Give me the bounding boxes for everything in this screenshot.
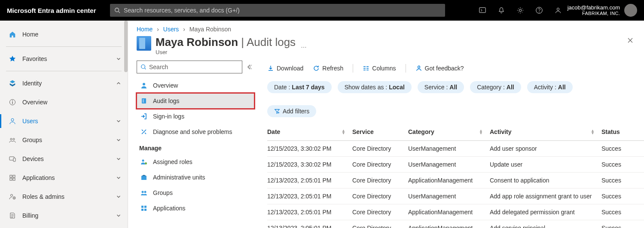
- svg-rect-18: [13, 178, 15, 180]
- breadcrumb-home[interactable]: Home: [137, 26, 153, 33]
- notifications-icon[interactable]: [492, 0, 511, 21]
- users-icon: [8, 118, 17, 125]
- rm-audit-logs[interactable]: Audit logs: [137, 93, 254, 109]
- nav-overview[interactable]: Overview: [0, 93, 128, 112]
- cell-status: Succes: [598, 172, 644, 188]
- svg-rect-16: [13, 175, 15, 177]
- col-status[interactable]: Status: [598, 125, 644, 141]
- nav-applications[interactable]: Applications: [0, 168, 128, 187]
- sort-icon: ▲▼: [591, 129, 595, 134]
- avatar[interactable]: [624, 4, 637, 17]
- table-row[interactable]: 12/13/2023, 2:05:01 PMCore DirectoryAppl…: [267, 220, 644, 228]
- columns-button[interactable]: Columns: [363, 65, 396, 72]
- cell-date: 12/13/2023, 2:05:01 PM: [267, 220, 349, 228]
- signin-icon: [139, 113, 149, 120]
- chevron-down-icon: [116, 175, 122, 181]
- global-search[interactable]: Search resources, services, and docs (G+…: [110, 4, 445, 17]
- roles-icon: [139, 158, 149, 165]
- table-row[interactable]: 12/15/2023, 3:30:02 PMCore DirectoryUser…: [267, 156, 644, 172]
- svg-point-35: [418, 66, 420, 68]
- nav-roles-admins[interactable]: Roles & admins: [0, 187, 128, 206]
- nav-users[interactable]: Users: [0, 112, 128, 131]
- col-date[interactable]: Date▲▼: [267, 125, 349, 141]
- table-row[interactable]: 12/13/2023, 2:05:01 PMCore DirectoryAppl…: [267, 172, 644, 188]
- table-row[interactable]: 12/13/2023, 2:05:01 PMCore DirectoryAppl…: [267, 204, 644, 220]
- nav-devices[interactable]: Devices: [0, 149, 128, 168]
- col-category[interactable]: Category▲▼: [405, 125, 486, 141]
- svg-line-22: [145, 68, 146, 70]
- columns-icon: [363, 65, 369, 72]
- cell-status: Succes: [598, 220, 644, 228]
- nav-billing[interactable]: Billing: [0, 206, 128, 225]
- rm-applications[interactable]: Applications: [137, 201, 254, 216]
- rm-admin-units[interactable]: Administrative units: [137, 170, 254, 185]
- rm-overview[interactable]: Overview: [137, 78, 254, 93]
- feedback-top-icon[interactable]: [549, 0, 568, 21]
- title-section: Audit logs: [247, 36, 296, 49]
- breadcrumb: Home › Users › Maya Robinson: [137, 21, 644, 34]
- add-filters-label: Add filters: [283, 108, 309, 115]
- filter-activity[interactable]: Activity : All: [527, 81, 573, 93]
- rm-signin-logs[interactable]: Sign-in logs: [137, 109, 254, 124]
- log-icon: [139, 97, 149, 104]
- global-search-placeholder: Search resources, services, and docs (G+…: [124, 7, 240, 14]
- nav-groups[interactable]: Groups: [0, 131, 128, 149]
- nav-home[interactable]: Home: [0, 25, 128, 44]
- col-service[interactable]: Service: [349, 125, 405, 141]
- divider: [406, 64, 406, 73]
- svg-rect-15: [10, 175, 12, 177]
- help-icon[interactable]: [530, 0, 549, 21]
- nav-applications-label: Applications: [22, 174, 116, 181]
- rm-admin-units-label: Administrative units: [153, 174, 205, 181]
- diagnose-icon: [139, 128, 149, 135]
- close-button[interactable]: [627, 37, 634, 44]
- user-email: jacob@fabrikam.com: [568, 4, 620, 11]
- resource-search-placeholder: Search: [149, 64, 168, 70]
- nav-overview-label: Overview: [22, 99, 122, 106]
- download-button[interactable]: Download: [267, 65, 303, 72]
- cloudshell-icon[interactable]: [473, 0, 492, 21]
- breadcrumb-users[interactable]: Users: [163, 26, 179, 33]
- chevron-down-icon: [116, 137, 122, 143]
- filter-date[interactable]: Date : Last 7 days: [267, 81, 332, 93]
- table-row[interactable]: 12/13/2023, 2:05:01 PMCore DirectoryUser…: [267, 188, 644, 204]
- resource-search[interactable]: Search: [137, 61, 242, 73]
- refresh-button[interactable]: Refresh: [313, 65, 343, 72]
- chevron-down-icon: [116, 156, 122, 162]
- collapse-menu-button[interactable]: [246, 64, 253, 70]
- svg-point-21: [141, 65, 145, 69]
- filter-service[interactable]: Service : All: [418, 81, 464, 93]
- rm-diagnose[interactable]: Diagnose and solve problems: [137, 124, 254, 140]
- nav-favorites[interactable]: Favorites: [0, 49, 128, 68]
- filter-show-dates[interactable]: Show dates as : Local: [338, 81, 412, 93]
- table-row[interactable]: 12/15/2023, 3:30:02 PMCore DirectoryUser…: [267, 140, 644, 156]
- feedback-button[interactable]: Got feedback?: [415, 65, 464, 72]
- nav-identity[interactable]: Identity: [0, 74, 128, 93]
- rm-assigned-roles[interactable]: Assigned roles: [137, 154, 254, 170]
- chevron-down-icon: [116, 194, 122, 200]
- topbar: Microsoft Entra admin center Search reso…: [0, 0, 644, 21]
- settings-icon[interactable]: [511, 0, 530, 21]
- home-icon: [8, 30, 17, 38]
- nav-billing-label: Billing: [22, 212, 116, 219]
- svg-point-5: [539, 12, 539, 12]
- rm-signin-label: Sign-in logs: [153, 113, 184, 120]
- filter-category[interactable]: Category : All: [470, 81, 521, 93]
- rm-applications-label: Applications: [153, 205, 186, 212]
- svg-rect-2: [479, 8, 485, 13]
- cell-date: 12/15/2023, 3:30:02 PM: [267, 140, 349, 156]
- svg-rect-34: [144, 209, 147, 211]
- rm-groups[interactable]: Groups: [137, 185, 254, 201]
- col-activity[interactable]: Activity▲▼: [486, 125, 598, 141]
- cell-category: UserManagement: [405, 140, 486, 156]
- rm-audit-logs-label: Audit logs: [153, 97, 179, 104]
- user-account[interactable]: jacob@fabrikam.com FABRIKAM, INC.: [568, 4, 624, 17]
- add-filters-button[interactable]: Add filters: [267, 105, 316, 117]
- cell-date: 12/13/2023, 2:05:01 PM: [267, 188, 349, 204]
- more-button[interactable]: …: [301, 42, 307, 49]
- cell-status: Succes: [598, 156, 644, 172]
- user-org: FABRIKAM, INC.: [568, 11, 620, 16]
- svg-rect-25: [143, 99, 144, 103]
- svg-rect-17: [10, 178, 12, 180]
- roles-icon: [8, 193, 17, 200]
